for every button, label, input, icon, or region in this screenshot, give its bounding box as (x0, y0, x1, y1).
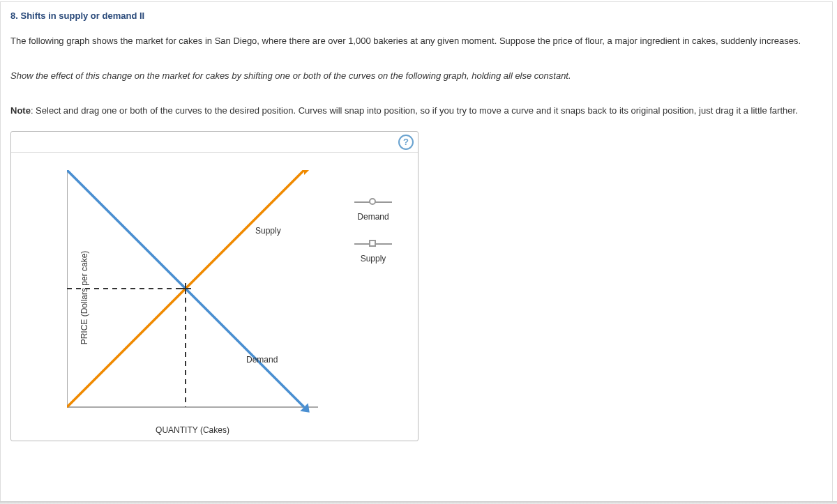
graph-toolbar: ? (11, 132, 418, 153)
demand-curve-label: Demand (246, 355, 278, 365)
legend-item-supply[interactable]: Supply (345, 240, 401, 264)
legend-marker-supply (354, 240, 392, 248)
note-label: Note (10, 105, 31, 116)
help-button[interactable]: ? (398, 135, 414, 150)
graph-body: PRICE (Dollars per cake) (11, 153, 418, 438)
supply-curve-label: Supply (255, 226, 281, 236)
x-axis-label: QUANTITY (Cakes) (67, 425, 318, 435)
legend-item-demand[interactable]: Demand (345, 198, 401, 222)
legend-marker-demand (354, 198, 392, 206)
question-number: 8. (10, 10, 18, 21)
legend-label-demand: Demand (345, 212, 401, 222)
note-paragraph: Note: Select and drag one or both of the… (10, 103, 822, 119)
note-body: : Select and drag one or both of the cur… (31, 105, 798, 116)
chart-area[interactable]: PRICE (Dollars per cake) (32, 160, 325, 435)
legend-label-supply: Supply (345, 254, 401, 264)
intro-paragraph: The following graph shows the market for… (10, 33, 822, 49)
instruction-paragraph: Show the effect of this change on the ma… (10, 68, 822, 84)
bottom-shadow (0, 501, 837, 504)
question-header: 8. Shifts in supply or demand II (10, 10, 822, 21)
graph-widget: ? PRICE (Dollars per cake) (10, 131, 418, 441)
plot-svg[interactable] (67, 170, 318, 421)
question-title: Shifts in supply or demand II (20, 10, 144, 21)
legend: Demand Supply (345, 198, 401, 282)
